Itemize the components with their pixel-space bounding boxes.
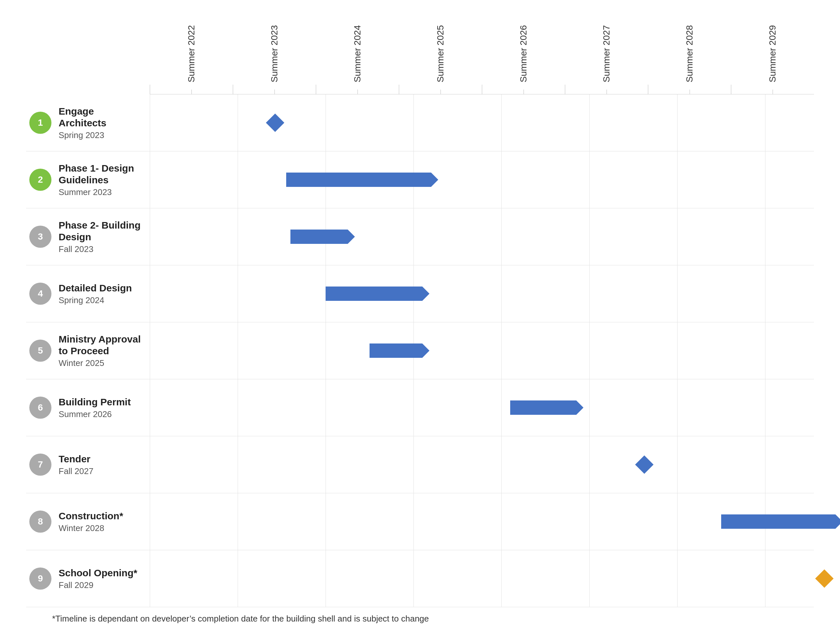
diamond-9 [815, 570, 834, 588]
gantt-cells-3 [150, 208, 840, 265]
gantt-row: 3Phase 2- Building DesignFall 2023 [26, 208, 814, 265]
col-header-4: Summer 2026 [482, 19, 565, 85]
gantt-cell-3-3 [414, 208, 501, 265]
gantt-row: 4Detailed DesignSpring 2024 [26, 265, 814, 322]
gantt-cell-8-0 [150, 493, 238, 550]
gantt-cell-9-6 [677, 550, 765, 607]
task-date-9: Fall 2029 [58, 580, 137, 590]
gantt-cell-9-0 [150, 550, 238, 607]
gantt-cell-4-6 [677, 265, 765, 322]
gantt-cells-1 [150, 95, 840, 151]
task-circle-4: 4 [29, 283, 51, 305]
bar-4 [325, 286, 422, 301]
gantt-cell-5-6 [677, 322, 765, 379]
gantt-cell-8-3 [414, 493, 501, 550]
col-header-6: Summer 2028 [648, 19, 731, 85]
task-date-7: Fall 2027 [58, 466, 93, 476]
task-label-5: 5Ministry Approval to ProceedWinter 2025 [26, 330, 150, 371]
task-circle-3: 3 [29, 226, 51, 248]
task-circle-9: 9 [29, 567, 51, 590]
task-date-2: Summer 2023 [58, 187, 143, 197]
bar-2 [286, 172, 431, 187]
gantt-cell-9-3 [414, 550, 501, 607]
gantt-cell-1-7 [765, 95, 840, 151]
task-date-8: Winter 2028 [58, 523, 123, 533]
gantt-cell-6-3 [414, 379, 501, 436]
task-label-9: 9School Opening*Fall 2029 [26, 564, 150, 594]
task-label-6: 6Building PermitSummer 2026 [26, 393, 150, 423]
gantt-cell-6-7 [765, 379, 840, 436]
gantt-row: 2Phase 1- Design GuidelinesSummer 2023 [26, 152, 814, 208]
column-headers: Summer 2022Summer 2023Summer 2024Summer … [150, 19, 814, 85]
gantt-row: 6Building PermitSummer 2026 [26, 379, 814, 436]
col-header-0: Summer 2022 [150, 19, 233, 85]
gantt-cells-2 [150, 152, 840, 208]
task-date-1: Spring 2023 [58, 130, 143, 141]
gantt-cell-4-4 [501, 265, 589, 322]
bar-1 [268, 116, 282, 129]
gantt-cell-1-2 [325, 95, 414, 151]
gantt-cell-4-1 [238, 265, 325, 322]
gantt-cell-5-1 [238, 322, 325, 379]
gantt-cell-8-2 [325, 493, 414, 550]
gantt-cell-3-5 [589, 208, 677, 265]
gantt-cells-7 [150, 436, 840, 493]
diamond-1 [266, 114, 284, 132]
bar-8 [721, 515, 835, 529]
col-header-1: Summer 2023 [233, 19, 316, 85]
bar-9 [818, 572, 831, 585]
gantt-cell-6-6 [677, 379, 765, 436]
gantt-cell-4-5 [589, 265, 677, 322]
arrow-bar-4 [325, 286, 422, 301]
gantt-cell-3-6 [677, 208, 765, 265]
gantt-cell-5-5 [589, 322, 677, 379]
gantt-cell-2-0 [150, 152, 238, 208]
task-name-2: Phase 1- Design Guidelines [58, 163, 143, 186]
gantt-cell-7-6 [677, 436, 765, 493]
task-label-4: 4Detailed DesignSpring 2024 [26, 279, 150, 309]
task-circle-5: 5 [29, 339, 51, 362]
gantt-cell-7-3 [414, 436, 501, 493]
task-name-6: Building Permit [58, 396, 131, 408]
task-circle-7: 7 [29, 453, 51, 476]
bar-7 [638, 458, 651, 471]
task-label-1: 1Engage ArchitectsSpring 2023 [26, 102, 150, 144]
gantt-cell-8-1 [238, 493, 325, 550]
gantt-cells-8 [150, 493, 840, 550]
gantt-cell-1-6 [677, 95, 765, 151]
col-header-7: Summer 2029 [731, 19, 814, 85]
gantt-cell-7-2 [325, 436, 414, 493]
gantt-cells-6 [150, 379, 840, 436]
task-date-6: Summer 2026 [58, 409, 131, 419]
gantt-cell-5-4 [501, 322, 589, 379]
gantt-cell-8-4 [501, 493, 589, 550]
gantt-cell-7-4 [501, 436, 589, 493]
task-date-3: Fall 2023 [58, 244, 143, 254]
gantt-body: 1Engage ArchitectsSpring 20232Phase 1- D… [26, 85, 814, 607]
task-circle-2: 2 [29, 169, 51, 191]
bar-6 [510, 401, 576, 415]
task-name-5: Ministry Approval to Proceed [58, 333, 143, 357]
task-name-1: Engage Architects [58, 106, 143, 129]
gantt-cell-8-5 [589, 493, 677, 550]
gantt-row: 8Construction*Winter 2028 [26, 493, 814, 550]
bar-5 [369, 344, 422, 358]
task-label-2: 2Phase 1- Design GuidelinesSummer 2023 [26, 159, 150, 201]
gantt-row: 1Engage ArchitectsSpring 2023 [26, 95, 814, 152]
gantt-cell-2-5 [589, 152, 677, 208]
task-label-3: 3Phase 2- Building DesignFall 2023 [26, 216, 150, 257]
diamond-7 [635, 455, 654, 474]
col-header-5: Summer 2027 [565, 19, 648, 85]
arrow-bar-8 [721, 515, 835, 529]
gantt-cell-7-7 [765, 436, 840, 493]
arrow-bar-3 [291, 229, 348, 244]
gantt-cell-6-1 [238, 379, 325, 436]
task-name-3: Phase 2- Building Design [58, 219, 143, 243]
gantt-cell-2-4 [501, 152, 589, 208]
tick-row [150, 85, 814, 95]
gantt-cell-9-2 [325, 550, 414, 607]
task-circle-1: 1 [29, 112, 51, 134]
gantt-cell-3-4 [501, 208, 589, 265]
gantt-cell-3-7 [765, 208, 840, 265]
arrow-bar-5 [369, 344, 422, 358]
